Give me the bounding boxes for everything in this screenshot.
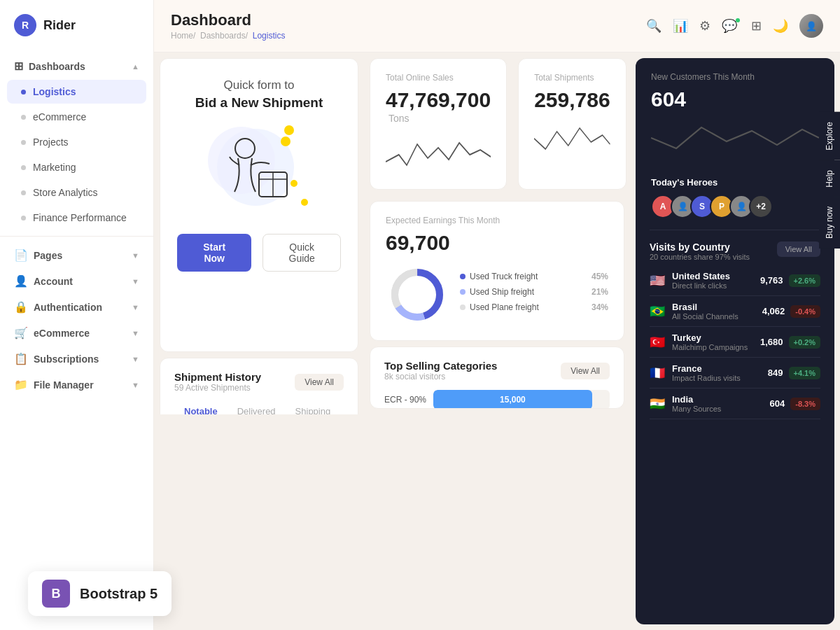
sidebar-group-subscriptions[interactable]: 📋 Subscriptions ▼ (0, 346, 153, 372)
side-tab-buynow[interactable]: Buy now (819, 197, 840, 248)
dashboards-caret-icon: ▲ (132, 62, 139, 71)
svg-point-0 (208, 127, 275, 194)
tab-delivered[interactable]: Delivered (227, 401, 286, 414)
ship-pct: 21% (592, 287, 608, 297)
item-dot (21, 216, 26, 220)
tab-notable[interactable]: Notable (174, 401, 227, 414)
us-flag: 🇺🇸 (650, 273, 665, 288)
auth-icon: 🔒 (14, 300, 28, 314)
account-caret-icon: ▼ (132, 277, 139, 286)
ecommerce2-caret-icon: ▼ (132, 329, 139, 337)
illustration-svg (203, 122, 301, 213)
fr-flag: 🇫🇷 (650, 365, 665, 381)
chat-icon[interactable]: 💬 (722, 18, 737, 34)
sidebar-group-files[interactable]: 📁 File Manager ▼ (0, 372, 153, 398)
side-tab-explore[interactable]: Explore (819, 112, 840, 160)
legend-truck: Used Truck freight 45% (460, 272, 608, 281)
heroes-section: Today's Heroes A 👤 S P 👤 +2 (636, 169, 834, 230)
start-now-button[interactable]: Start Now (177, 234, 251, 272)
visits-view-all-button[interactable]: View All (777, 241, 820, 257)
br-source: All Social Channels (672, 312, 762, 321)
ecommerce2-icon: 🛒 (14, 326, 28, 340)
selling-header: Top Selling Categories 8k social visitor… (384, 360, 610, 382)
settings-icon[interactable]: ⚙ (699, 18, 710, 34)
pages-label: Pages (34, 250, 62, 261)
side-tab-help[interactable]: Help (819, 160, 840, 197)
total-shipments-card: Total Shipments 259,786 (518, 58, 626, 190)
files-label: File Manager (34, 379, 94, 391)
fr-source: Impact Radius visits (672, 374, 768, 382)
pages-icon: 📄 (14, 248, 28, 262)
side-tabs: Explore Help Buy now (819, 112, 840, 248)
selling-subtitle: 8k social visitors (384, 372, 497, 382)
sidebar-group-ecommerce2[interactable]: 🛒 eCommerce ▼ (0, 320, 153, 346)
grid-icon[interactable]: ⊞ (751, 18, 762, 34)
shipment-view-all-button[interactable]: View All (295, 374, 344, 391)
header-title-area: Dashboard Home/ Dashboards/ Logistics (171, 11, 285, 41)
tr-source: Mailchimp Campaigns (672, 343, 760, 351)
selling-title: Top Selling Categories (384, 360, 497, 372)
tr-change: +0.2% (789, 336, 821, 349)
search-icon[interactable]: 🔍 (646, 18, 662, 34)
account-label: Account (34, 276, 73, 287)
item-dot (21, 190, 26, 195)
middle-column: Total Online Sales 47,769,700 Tons Total… (364, 52, 630, 414)
in-visits: 604 (770, 398, 785, 409)
country-row-tr: 🇹🇷 Turkey Mailchimp Campaigns 1,680 +0.2… (650, 327, 820, 358)
freight-legend: Used Truck freight 45% Used Ship freight… (460, 272, 608, 318)
tr-info: Turkey Mailchimp Campaigns (672, 332, 760, 351)
sidebar-group-auth[interactable]: 🔒 Authentication ▼ (0, 294, 153, 320)
fr-change: +4.1% (789, 367, 821, 379)
legend-ship: Used Ship freight 21% (460, 287, 608, 297)
sidebar-item-store-analytics[interactable]: Store Analytics (7, 181, 146, 204)
sidebar-item-finance[interactable]: Finance Performance (7, 206, 146, 230)
country-row-fr: 🇫🇷 France Impact Radius visits 849 +4.1% (650, 358, 820, 388)
bootstrap-logo: B (42, 580, 70, 608)
marketing-label: Marketing (33, 162, 76, 173)
sidebar-group-account[interactable]: 👤 Account ▼ (0, 268, 153, 294)
dashboards-label: Dashboards (29, 61, 85, 72)
breadcrumb-active: Logistics (253, 31, 286, 41)
us-name: United States (672, 271, 760, 281)
app-logo: R (14, 14, 36, 36)
visits-title: Visits by Country (650, 241, 750, 253)
shipment-subtitle: 59 Active Shipments (174, 383, 261, 393)
right-panel: New Customers This Month 604 Today's Her… (636, 58, 834, 624)
sidebar: R Rider ⊞ Dashboards ▲ Logistics eCommer… (0, 0, 154, 630)
visits-subtitle: 20 countries share 97% visits (650, 253, 750, 261)
sidebar-item-projects[interactable]: Projects (7, 130, 146, 154)
form-illustration (203, 122, 315, 220)
br-visits: 4,062 (762, 306, 785, 316)
sidebar-group-pages[interactable]: 📄 Pages ▼ (0, 242, 153, 268)
shipment-history-card: Shipment History 59 Active Shipments Vie… (160, 358, 358, 414)
hero-avatar-more: +2 (749, 195, 773, 218)
plane-pct: 34% (592, 302, 608, 312)
sidebar-group-dashboards[interactable]: ⊞ Dashboards ▲ (0, 53, 153, 79)
br-name: Brasil (672, 302, 762, 312)
chart-icon[interactable]: 📊 (673, 18, 688, 34)
avatar[interactable]: 👤 (799, 14, 823, 38)
online-dot (736, 18, 740, 22)
selling-view-all-button[interactable]: View All (561, 363, 610, 379)
tab-shipping[interactable]: Shipping (286, 401, 341, 414)
stats-top-row: Total Online Sales 47,769,700 Tons Total… (364, 52, 630, 195)
sidebar-item-marketing[interactable]: Marketing (7, 155, 146, 179)
selling-title-area: Top Selling Categories 8k social visitor… (384, 360, 497, 382)
legend-plane: Used Plane freight 34% (460, 302, 608, 312)
projects-label: Projects (33, 136, 69, 148)
shipment-header: Shipment History 59 Active Shipments Vie… (174, 371, 344, 393)
total-shipments-label: Total Shipments (534, 73, 610, 83)
active-dot (21, 90, 26, 94)
header-actions: 🔍 📊 ⚙ 💬 ⊞ 🌙 👤 (646, 14, 823, 38)
total-sales-label: Total Online Sales (386, 73, 491, 83)
sidebar-item-ecommerce[interactable]: eCommerce (7, 105, 146, 129)
total-shipments-value: 259,786 (534, 88, 610, 112)
page-title: Dashboard (171, 11, 285, 29)
visits-title-area: Visits by Country 20 countries share 97%… (650, 241, 750, 261)
new-customers-value: 604 (651, 88, 819, 111)
us-source: Direct link clicks (672, 281, 760, 290)
quick-guide-button[interactable]: Quick Guide (262, 234, 341, 272)
bar-ecr-inner: 15,000 (433, 390, 592, 409)
sidebar-item-logistics[interactable]: Logistics (7, 80, 146, 104)
moon-icon[interactable]: 🌙 (773, 18, 788, 34)
